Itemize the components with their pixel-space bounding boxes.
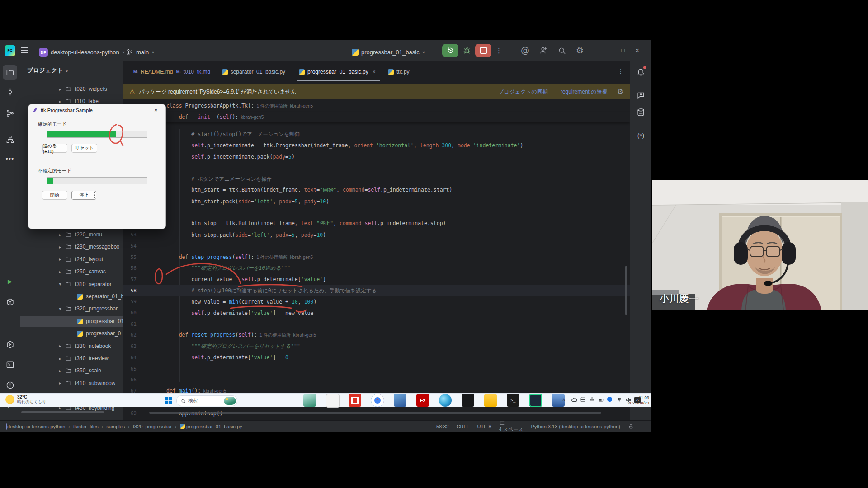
chevron-icon[interactable]: ▸ [58,343,62,348]
close-button[interactable]: × [635,47,639,55]
breadcrumb-item[interactable]: progressbar_01_basic.py [180,424,242,429]
taskbar-app-red-app[interactable] [349,394,361,407]
tree-item-t310_separator[interactable]: ▾t310_separator [20,279,123,290]
taskbar-search[interactable]: 検索 [176,395,237,406]
terminal-icon[interactable] [3,357,17,372]
pull-requests-icon[interactable] [3,106,17,120]
tree-item-t320_progressbar[interactable]: ▾t320_progressbar [20,303,123,314]
taskbar-app-photos-app[interactable] [303,394,316,407]
search-icon[interactable] [558,47,566,55]
taskbar-app-terminal-app[interactable]: >_ [507,394,519,407]
tree-item-t230_messagebox[interactable]: ▸t230_messagebox [20,241,123,252]
maximize-button[interactable]: □ [621,47,625,54]
tree-item-progressbar_01_basic.py[interactable]: progressbar_01_basic.py [20,316,123,327]
debug-button[interactable] [462,46,471,55]
chevron-icon[interactable]: ▸ [58,232,62,237]
pycharm-logo[interactable]: PC [5,40,15,61]
tab-README.md[interactable]: M↓README.md [128,63,171,81]
indent-setting[interactable]: 4 スペース [499,420,524,433]
chevron-icon[interactable]: ▸ [58,356,62,361]
structure-icon[interactable] [3,132,17,146]
tray-widgets-grid[interactable] [580,397,586,403]
tree-item-t250_canvas[interactable]: ▸t250_canvas [20,266,123,277]
chevron-icon[interactable]: ▸ [58,368,62,373]
project-horizontal-scrollbar[interactable] [21,411,104,413]
problems-icon[interactable] [3,378,17,392]
tray-ime[interactable]: A [634,397,641,403]
python-packages-icon[interactable] [3,295,17,309]
main-menu-button[interactable] [21,40,28,61]
database-icon[interactable] [634,105,648,119]
chevron-icon[interactable]: ▸ [58,87,62,92]
services-icon[interactable] [3,337,17,352]
start-button[interactable] [163,395,173,405]
weather-widget[interactable]: 32°C 晴れのちくもり [5,394,46,404]
chevron-icon[interactable]: ▾ [58,306,62,311]
taskbar-app-notepad-app[interactable] [326,394,340,408]
taskbar-app-filezilla[interactable]: Fz [416,394,429,407]
chevron-icon[interactable]: ▸ [58,380,62,385]
tree-item-t410_subwindow[interactable]: ▸t410_subwindow [20,378,123,389]
tabs-more-icon[interactable]: ⋮ [618,67,624,75]
tab-separator_01_basic.py[interactable]: separator_01_basic.py [217,63,294,81]
taskbar-app-winscp-app[interactable] [394,394,406,407]
tree-item-t240_layout[interactable]: ▸t240_layout [20,254,123,265]
tk-minimize-button[interactable]: — [121,108,126,113]
chevron-icon[interactable]: ▾ [58,282,62,286]
settings-gear-icon[interactable]: ⚙ [576,46,584,55]
tray-wifi[interactable] [616,397,623,403]
tree-item-t330_notebook[interactable]: ▸t330_notebook [20,341,123,352]
tray-security-dot[interactable] [607,397,612,403]
tab-t010_tk.md[interactable]: M↓t010_tk.md [171,63,217,81]
tray-battery[interactable] [598,397,604,403]
encoding[interactable]: UTF-8 [477,424,491,429]
taskbar-app-dark-app[interactable] [462,394,474,407]
more-tools-icon[interactable]: ••• [3,151,17,165]
editor[interactable]: M↓README.mdM↓t010_tk.mdseparator_01_basi… [123,61,630,420]
tree-item-t220_menu[interactable]: ▸t220_menu [20,229,123,240]
line-ending[interactable]: CRLF [457,424,470,429]
tab-ttk.py[interactable]: ttk.py [383,63,417,81]
more-run-actions-icon[interactable]: ⋮ [495,47,502,54]
taskbar-app-chrome[interactable] [371,394,384,407]
ai-assistant-icon[interactable]: @ [521,46,529,55]
add-user-icon[interactable] [539,46,548,55]
breadcrumb-item[interactable]: tkinter_files [73,424,99,429]
tree-item-separator_01_basic.py[interactable]: separator_01_basic.py [20,291,123,302]
banner-action-1[interactable]: requirement の無視 [561,88,608,96]
tray-tray-expand[interactable]: ∧ [562,397,566,403]
tk-window-title-bar[interactable]: ttk.Progressbar Sample — × [28,104,165,116]
breadcrumb-item[interactable]: t320_progressbar [133,424,172,429]
taskbar-app-edge[interactable] [439,394,452,407]
sciview-icon[interactable]: (×) [634,128,648,143]
breadcrumb-item[interactable]: samples [106,424,125,429]
editor-horizontal-scrollbar[interactable] [149,412,601,414]
minimize-button[interactable]: — [605,47,611,54]
tk-close-button[interactable]: × [154,107,158,113]
taskbar-app-pycharm-app[interactable] [529,394,542,407]
banner-action-0[interactable]: プロジェクトの同期 [498,88,548,96]
rerun-button[interactable] [442,44,458,57]
step-button[interactable]: 進める (+10) [42,144,67,153]
run-icon[interactable]: ▶ [3,274,17,288]
tab-close-icon[interactable]: × [373,69,376,75]
editor-vertical-scrollbar[interactable] [625,266,627,315]
tray-microphone[interactable] [589,397,595,403]
tab-progressbar_01_basic.py[interactable]: progressbar_01_basic.py× [294,63,383,81]
tree-item-t020_widgets[interactable]: ▸t020_widgets [20,84,123,94]
chevron-icon[interactable]: ▸ [58,257,62,262]
stop-button[interactable] [475,44,491,57]
tray-volume[interactable] [625,397,632,403]
ai-assistant-tool-icon[interactable] [634,88,648,102]
project-icon[interactable] [3,65,17,80]
banner-settings-icon[interactable]: ⚙ [618,88,623,96]
chevron-icon[interactable]: ▸ [58,244,62,249]
start-animation-button[interactable]: 開始 [42,191,67,200]
tree-item-t340_treeview[interactable]: ▸t340_treeview [20,353,123,364]
reset-button[interactable]: リセット [71,144,97,153]
caret-position[interactable]: 58:32 [436,424,449,429]
notifications-icon[interactable] [634,64,648,79]
tray-onedrive[interactable] [571,397,577,403]
tree-item-progressbar_0[interactable]: progressbar_0 [20,328,123,339]
commit-icon[interactable] [3,84,17,99]
